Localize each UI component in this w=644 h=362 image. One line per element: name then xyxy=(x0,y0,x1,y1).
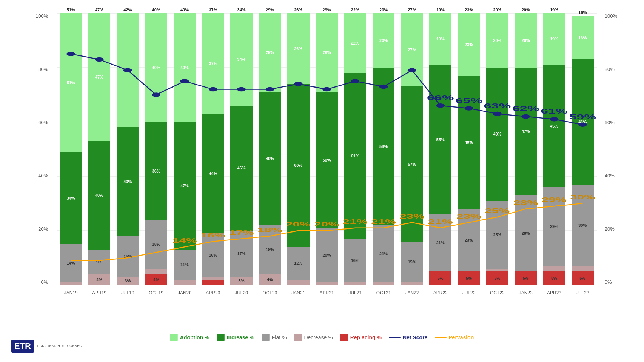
bar-top-label: 42% xyxy=(114,8,142,12)
segment-label: 49% xyxy=(486,132,508,136)
bar-group-oct19: 40%OCT194%18%36%40% xyxy=(142,13,170,285)
segment-label: 12% xyxy=(287,261,310,265)
x-label: OCT21 xyxy=(369,290,397,296)
segment-label: 17% xyxy=(230,251,253,256)
bar-segment: 16% xyxy=(572,16,594,59)
bar-segment: 4% xyxy=(88,274,111,285)
y-left-20: 20% xyxy=(38,226,48,232)
segment-label: 34% xyxy=(60,196,82,200)
segment-label: 20% xyxy=(316,253,338,257)
bar-group-oct21: 20%OCT2121%58%20% xyxy=(369,13,397,285)
legend-replacing: Replacing % xyxy=(340,334,382,341)
bar-segment: 23% xyxy=(458,209,480,271)
x-label: JAN23 xyxy=(512,290,540,296)
bar-segment xyxy=(287,280,310,285)
bar-top-label: 40% xyxy=(142,8,170,12)
segment-label: 5% xyxy=(429,276,451,280)
segment-label: 46% xyxy=(572,120,594,124)
bar-segment: 3% xyxy=(230,277,253,285)
segment-label: 22% xyxy=(344,41,366,45)
legend-adoption-label: Adoption % xyxy=(180,334,210,340)
bar-segment: 5% xyxy=(458,271,480,285)
bar-segment: 23% xyxy=(458,13,480,76)
bar-group-jul19: 42%JUL193%15%40%42% xyxy=(114,13,142,285)
bar-top-label: 47% xyxy=(85,8,113,12)
bar-segment: 57% xyxy=(401,86,423,241)
segment-label: 29% xyxy=(316,50,338,55)
bar-segment: 9% xyxy=(88,250,111,274)
segment-label: 51% xyxy=(60,80,82,85)
legend-pervasion-line xyxy=(435,337,446,338)
bar-group-apr19: 47%APR194%9%40%47% xyxy=(85,13,113,285)
legend-flat-label: Flat % xyxy=(272,334,287,340)
segment-label: 14% xyxy=(60,261,82,265)
bar-group-oct20: 29%OCT204%18%49%29% xyxy=(256,13,284,285)
bar-segment: 50% xyxy=(316,92,338,228)
bar-segment xyxy=(145,269,167,274)
segment-label: 37% xyxy=(202,61,224,66)
segment-label: 47% xyxy=(88,75,111,79)
x-label: OCT20 xyxy=(256,290,284,296)
segment-label: 26% xyxy=(287,46,310,51)
bar-segment: 21% xyxy=(429,214,451,271)
bar-segment: 37% xyxy=(202,13,224,114)
bar-top-label: 19% xyxy=(426,8,454,12)
bar-segment: 21% xyxy=(373,225,395,282)
segment-label: 42% xyxy=(117,68,139,72)
segment-label: 50% xyxy=(316,158,338,162)
x-label: JAN20 xyxy=(170,290,199,296)
bar-segment: 34% xyxy=(230,13,253,106)
bar-segment: 14% xyxy=(60,244,82,282)
legend-flat: Flat % xyxy=(262,334,287,341)
bar-top-label: 20% xyxy=(369,8,397,12)
bar-segment: 25% xyxy=(486,201,508,269)
x-label: JUL23 xyxy=(569,290,597,296)
bar-group-apr20: 37%APR2016%44%37% xyxy=(199,13,227,285)
x-label: JAN21 xyxy=(284,290,313,296)
segment-label: 28% xyxy=(515,231,537,236)
y-right-80: 80% xyxy=(605,66,615,72)
bar-segment: 22% xyxy=(344,13,366,73)
segment-label: 49% xyxy=(259,156,281,161)
y-left-40: 40% xyxy=(38,173,48,179)
segment-label: 60% xyxy=(287,163,310,168)
bar-segment xyxy=(344,282,366,285)
etr-logo: ETR DATA · INSIGHTS · CONNECT xyxy=(11,340,84,353)
legend-increase-label: Increase % xyxy=(227,334,254,340)
segment-label: 47% xyxy=(174,183,196,188)
bar-segment: 30% xyxy=(572,185,594,266)
bar-top-label: 27% xyxy=(398,8,426,12)
bar-group-jul22: 23%JUL225%23%49%23% xyxy=(454,13,483,285)
bar-segment: 51% xyxy=(60,13,82,152)
legend-replacing-color xyxy=(340,334,348,341)
segment-label: 58% xyxy=(373,144,395,149)
segment-label: 29% xyxy=(543,224,565,229)
segment-label: 16% xyxy=(572,35,594,40)
legend-increase-color xyxy=(217,334,225,341)
bar-group-apr22: 19%APR225%21%55%19% xyxy=(426,13,454,285)
segment-label: 15% xyxy=(117,254,139,259)
bar-top-label: 37% xyxy=(199,8,227,12)
bar-group-oct22: 20%OCT225%25%49%20% xyxy=(483,13,512,285)
segment-label: 20% xyxy=(515,38,537,43)
y-left-100: 100% xyxy=(35,13,48,19)
bar-top-label: 29% xyxy=(256,8,284,12)
segment-label: 23% xyxy=(458,238,480,242)
segment-label: 16% xyxy=(344,258,366,263)
segment-label: 30% xyxy=(572,223,594,228)
x-label: JAN22 xyxy=(398,290,426,296)
segment-label: 23% xyxy=(458,42,480,47)
legend-adoption-color xyxy=(170,334,178,341)
x-label: JAN19 xyxy=(57,290,85,296)
bar-segment: 16% xyxy=(202,233,224,277)
x-label: APR23 xyxy=(540,290,568,296)
bar-segment: 28% xyxy=(515,195,537,271)
x-label: APR20 xyxy=(199,290,227,296)
segment-label: 15% xyxy=(401,260,423,264)
bar-group-jan23: 20%JAN235%28%47%20% xyxy=(512,13,540,285)
bar-segment: 5% xyxy=(543,271,565,285)
chart-container: 0% 20% 40% 60% 80% 100% 0% 20% 40% 60% 8… xyxy=(0,0,644,362)
segment-label: 40% xyxy=(145,65,167,70)
bar-segment: 46% xyxy=(230,106,253,231)
bar-segment: 4% xyxy=(145,274,167,285)
